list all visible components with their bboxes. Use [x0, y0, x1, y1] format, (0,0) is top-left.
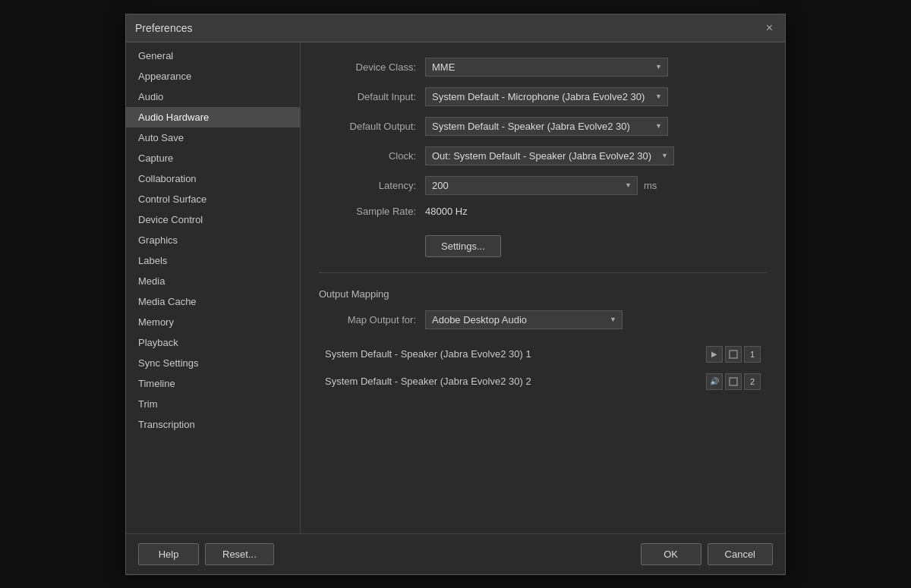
speaker-icon[interactable]: 🔊 — [706, 373, 723, 390]
channel-row-1: System Default - Speaker (Jabra Evolve2 … — [319, 341, 767, 367]
latency-row: Latency: 200 512 1024 ms — [319, 176, 767, 195]
latency-label: Latency: — [319, 180, 425, 191]
channel-row-2: System Default - Speaker (Jabra Evolve2 … — [319, 369, 767, 395]
dialog-title: Preferences — [135, 22, 192, 34]
clock-select-wrapper: Out: System Default - Speaker (Jabra Evo… — [425, 146, 674, 165]
sidebar-item-trim[interactable]: Trim — [126, 394, 300, 414]
default-output-select-wrapper: System Default - Speaker (Jabra Evolve2 … — [425, 117, 668, 136]
default-input-row: Default Input: System Default - Micropho… — [319, 87, 767, 106]
map-output-select-wrapper: Adobe Desktop Audio — [425, 310, 623, 329]
settings-button[interactable]: Settings... — [425, 235, 501, 257]
sample-rate-label: Sample Rate: — [319, 206, 425, 217]
channel-number-1: 1 — [744, 346, 761, 363]
play-icon[interactable]: ▶ — [706, 346, 723, 363]
sidebar-item-control-surface[interactable]: Control Surface — [126, 189, 300, 209]
main-content: Device Class: MME WASAPI ASIO Default In… — [301, 42, 785, 533]
device-class-label: Device Class: — [319, 61, 425, 73]
default-output-select[interactable]: System Default - Speaker (Jabra Evolve2 … — [425, 117, 668, 136]
map-output-label: Map Output for: — [319, 314, 425, 325]
help-button[interactable]: Help — [138, 543, 199, 565]
default-input-select[interactable]: System Default - Microphone (Jabra Evolv… — [425, 87, 668, 106]
latency-unit: ms — [644, 180, 657, 191]
cancel-button[interactable]: Cancel — [708, 543, 773, 565]
preferences-dialog: Preferences × GeneralAppearanceAudioAudi… — [125, 14, 786, 575]
channel-name-1: System Default - Speaker (Jabra Evolve2 … — [325, 348, 706, 360]
ok-button[interactable]: OK — [641, 543, 701, 565]
sidebar-item-labels[interactable]: Labels — [126, 250, 300, 271]
output-channels: System Default - Speaker (Jabra Evolve2 … — [319, 341, 767, 395]
sidebar-item-media-cache[interactable]: Media Cache — [126, 291, 300, 312]
device-class-select-wrapper: MME WASAPI ASIO — [425, 58, 668, 77]
sidebar: GeneralAppearanceAudioAudio HardwareAuto… — [126, 42, 301, 533]
map-output-row: Map Output for: Adobe Desktop Audio — [319, 310, 767, 329]
dialog-titlebar: Preferences × — [126, 14, 785, 42]
reset-button[interactable]: Reset... — [205, 543, 274, 565]
channel-number-2: 2 — [744, 373, 761, 390]
sample-rate-value: 48000 Hz — [425, 206, 468, 217]
device-class-select[interactable]: MME WASAPI ASIO — [425, 58, 668, 77]
sidebar-item-transcription[interactable]: Transcription — [126, 414, 300, 435]
default-input-label: Default Input: — [319, 91, 425, 102]
sidebar-item-media[interactable]: Media — [126, 271, 300, 291]
sidebar-item-collaboration[interactable]: Collaboration — [126, 168, 300, 189]
sidebar-item-timeline[interactable]: Timeline — [126, 373, 300, 394]
svg-rect-1 — [730, 378, 737, 385]
svg-rect-0 — [730, 351, 737, 358]
sidebar-item-audio[interactable]: Audio — [126, 86, 300, 107]
latency-select[interactable]: 200 512 1024 — [425, 176, 638, 195]
device-class-row: Device Class: MME WASAPI ASIO — [319, 58, 767, 77]
section-divider — [319, 272, 767, 273]
mono-icon-2[interactable] — [725, 373, 742, 390]
dialog-body: GeneralAppearanceAudioAudio HardwareAuto… — [126, 42, 785, 533]
sample-rate-row: Sample Rate: 48000 Hz — [319, 206, 767, 217]
output-mapping-title: Output Mapping — [319, 288, 767, 300]
channel-buttons-1: ▶1 — [706, 346, 761, 363]
clock-row: Clock: Out: System Default - Speaker (Ja… — [319, 146, 767, 165]
map-output-select[interactable]: Adobe Desktop Audio — [425, 310, 623, 329]
sidebar-item-sync-settings[interactable]: Sync Settings — [126, 353, 300, 373]
channel-name-2: System Default - Speaker (Jabra Evolve2 … — [325, 376, 706, 387]
close-button[interactable]: × — [763, 20, 776, 36]
latency-wrapper: 200 512 1024 ms — [425, 176, 657, 195]
clock-select[interactable]: Out: System Default - Speaker (Jabra Evo… — [425, 146, 674, 165]
sidebar-item-playback[interactable]: Playback — [126, 332, 300, 353]
sidebar-item-memory[interactable]: Memory — [126, 312, 300, 332]
default-output-row: Default Output: System Default - Speaker… — [319, 117, 767, 136]
footer-right: OK Cancel — [641, 543, 773, 565]
sidebar-item-appearance[interactable]: Appearance — [126, 66, 300, 86]
footer-left: Help Reset... — [138, 543, 274, 565]
sidebar-item-capture[interactable]: Capture — [126, 148, 300, 168]
channel-buttons-2: 🔊2 — [706, 373, 761, 390]
sidebar-item-graphics[interactable]: Graphics — [126, 230, 300, 250]
sidebar-item-audio-hardware[interactable]: Audio Hardware — [126, 107, 300, 127]
dialog-footer: Help Reset... OK Cancel — [126, 533, 785, 574]
sidebar-item-device-control[interactable]: Device Control — [126, 209, 300, 230]
default-input-select-wrapper: System Default - Microphone (Jabra Evolv… — [425, 87, 668, 106]
default-output-label: Default Output: — [319, 121, 425, 132]
latency-select-wrapper: 200 512 1024 — [425, 176, 638, 195]
clock-label: Clock: — [319, 150, 425, 162]
sidebar-item-general[interactable]: General — [126, 46, 300, 66]
sidebar-item-auto-save[interactable]: Auto Save — [126, 127, 300, 148]
mono-icon-1[interactable] — [725, 346, 742, 363]
